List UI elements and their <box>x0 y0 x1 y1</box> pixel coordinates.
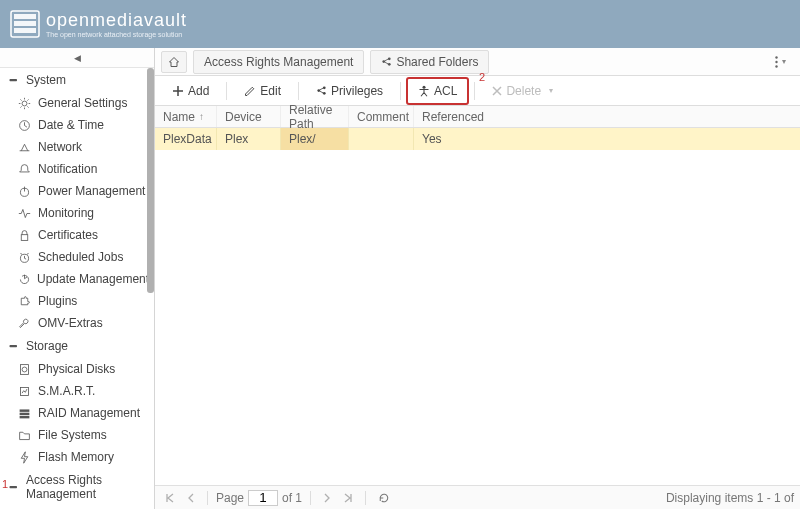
sidebar-item-label: Update Management <box>37 272 149 286</box>
sidebar-scrollbar-thumb[interactable] <box>147 68 154 293</box>
svg-rect-3 <box>14 28 36 33</box>
update-icon <box>18 273 31 286</box>
sidebar-item[interactable]: Plugins <box>0 290 154 312</box>
add-button[interactable]: Add <box>161 78 220 104</box>
sidebar-item[interactable]: File Systems <box>0 424 154 446</box>
column-name[interactable]: Name ↑ <box>155 106 217 127</box>
sidebar-item-label: Scheduled Jobs <box>38 250 123 264</box>
sidebar-item-label: Monitoring <box>38 206 94 220</box>
sidebar-item[interactable]: Certificates <box>0 224 154 246</box>
sidebar-item-label: Notification <box>38 162 97 176</box>
sidebar-item[interactable]: Scheduled Jobs <box>0 246 154 268</box>
settings-icon <box>18 97 32 110</box>
sidebar-item[interactable]: General Settings <box>0 92 154 114</box>
chevron-down-icon: ▾ <box>782 57 786 66</box>
column-relpath-label: Relative Path <box>289 103 340 131</box>
sidebar-group[interactable]: Access Rights Management <box>0 468 154 506</box>
svg-point-32 <box>323 86 326 89</box>
wrench-icon <box>18 317 32 330</box>
sidebar-item[interactable]: S.M.A.R.T. <box>0 380 154 402</box>
sidebar-item-label: RAID Management <box>38 406 140 420</box>
toolbar: Add Edit Privileges ACL Delete ▾ <box>155 76 800 106</box>
minus-icon <box>8 481 20 494</box>
cell-relpath: Plex/ <box>281 128 349 150</box>
overflow-menu[interactable]: ▾ <box>767 52 794 72</box>
delete-label: Delete <box>506 84 541 98</box>
acl-button[interactable]: ACL <box>407 78 468 104</box>
sidebar-item-label: General Settings <box>38 96 127 110</box>
breadcrumb-current-label: Shared Folders <box>396 55 478 69</box>
svg-point-12 <box>22 367 27 372</box>
sidebar-item[interactable]: Notification <box>0 158 154 180</box>
sidebar-item[interactable]: Flash Memory <box>0 446 154 468</box>
puzzle-icon <box>18 295 32 308</box>
sidebar: ◀ SystemGeneral SettingsDate & TimeNetwo… <box>0 48 155 509</box>
chevron-left-icon: ◀ <box>74 53 81 63</box>
share-icon <box>316 85 327 96</box>
sidebar-item[interactable]: Monitoring <box>0 202 154 224</box>
first-page-icon <box>165 493 175 503</box>
folder-icon <box>18 429 32 442</box>
pager-page-input[interactable] <box>248 490 278 506</box>
delete-button: Delete ▾ <box>481 78 564 104</box>
svg-rect-17 <box>10 486 18 488</box>
plus-icon <box>172 85 184 97</box>
sidebar-group[interactable]: System <box>0 68 154 92</box>
pager-of-label: of 1 <box>282 491 302 505</box>
sidebar-item-label: Power Management <box>38 184 145 198</box>
privileges-label: Privileges <box>331 84 383 98</box>
column-referenced-label: Referenced <box>422 110 484 124</box>
breadcrumb-parent[interactable]: Access Rights Management <box>193 50 364 74</box>
sidebar-item[interactable]: Update Management <box>0 268 154 290</box>
x-icon <box>492 86 502 96</box>
sidebar-item[interactable]: Physical Disks <box>0 358 154 380</box>
pager-refresh-button[interactable] <box>374 490 394 506</box>
pulse-icon <box>18 207 32 220</box>
minus-icon <box>8 340 20 353</box>
sidebar-collapse-button[interactable]: ◀ <box>0 48 155 68</box>
sidebar-item-label: Network <box>38 140 82 154</box>
minus-icon <box>8 74 20 87</box>
chevron-left-icon <box>187 493 195 503</box>
sidebar-item[interactable]: RAID Management <box>0 402 154 424</box>
edit-button[interactable]: Edit <box>233 78 292 104</box>
sidebar-item-label: OMV-Extras <box>38 316 103 330</box>
sidebar-item-label: Physical Disks <box>38 362 115 376</box>
sidebar-item-label: Date & Time <box>38 118 104 132</box>
svg-rect-14 <box>20 409 30 411</box>
breadcrumb-current[interactable]: Shared Folders <box>370 50 489 74</box>
sidebar-item[interactable]: OMV-Extras <box>0 312 154 334</box>
column-comment[interactable]: Comment <box>349 106 414 127</box>
home-button[interactable] <box>161 51 187 73</box>
sidebar-group[interactable]: Storage <box>0 334 154 358</box>
column-device[interactable]: Device <box>217 106 281 127</box>
pager-first-button <box>161 491 179 505</box>
raid-icon <box>18 407 32 420</box>
share-icon <box>381 56 392 67</box>
svg-point-34 <box>423 85 426 88</box>
network-icon <box>18 141 32 154</box>
sidebar-item[interactable]: Date & Time <box>0 114 154 136</box>
edit-label: Edit <box>260 84 281 98</box>
privileges-button[interactable]: Privileges <box>305 78 394 104</box>
svg-point-33 <box>323 92 326 95</box>
column-relpath[interactable]: Relative Path <box>281 106 349 127</box>
lock-icon <box>18 229 32 242</box>
svg-rect-16 <box>20 415 30 417</box>
cell-comment <box>349 128 414 150</box>
accessibility-icon <box>418 85 430 97</box>
chevron-right-icon <box>323 493 331 503</box>
sidebar-item[interactable]: Power Management <box>0 180 154 202</box>
sidebar-item[interactable]: Network <box>0 136 154 158</box>
svg-point-26 <box>388 57 391 60</box>
pager-prev-button <box>183 491 199 505</box>
sidebar-item-label: S.M.A.R.T. <box>38 384 95 398</box>
svg-point-5 <box>22 101 27 106</box>
sidebar-item-label: Flash Memory <box>38 450 114 464</box>
column-referenced[interactable]: Referenced <box>414 106 492 127</box>
annotation-2: 2 <box>479 71 485 83</box>
table-row[interactable]: PlexDataPlexPlex/Yes <box>155 128 800 150</box>
sidebar-group-label: Storage <box>26 339 68 353</box>
logo-subtitle: The open network attached storage soluti… <box>46 31 187 38</box>
clock-icon <box>18 119 32 132</box>
